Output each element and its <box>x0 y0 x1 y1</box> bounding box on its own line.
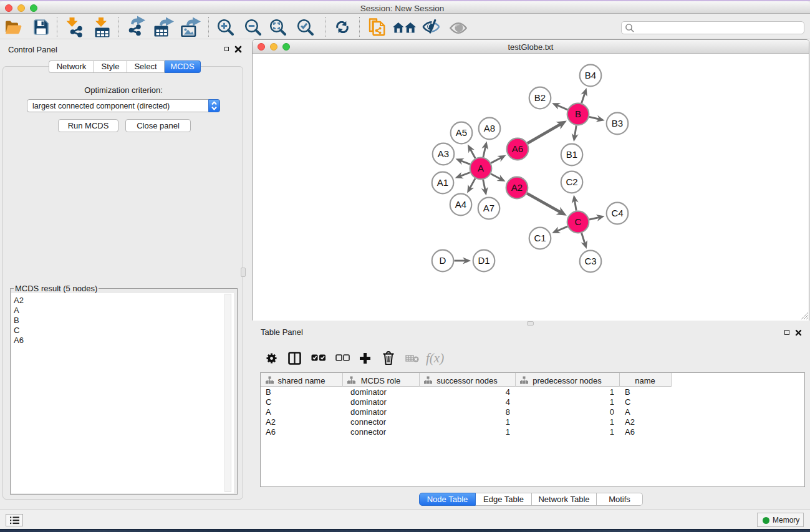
svg-text:A6: A6 <box>512 143 523 154</box>
svg-text:A8: A8 <box>484 123 495 133</box>
svg-text:A5: A5 <box>456 127 467 138</box>
svg-text:A4: A4 <box>455 199 466 210</box>
svg-text:C2: C2 <box>566 177 577 187</box>
svg-text:C: C <box>575 216 582 227</box>
svg-text:B3: B3 <box>612 118 623 128</box>
svg-text:B: B <box>575 109 581 119</box>
svg-text:D1: D1 <box>478 255 489 266</box>
svg-text:B1: B1 <box>566 149 577 160</box>
svg-text:B4: B4 <box>585 70 596 80</box>
svg-text:A: A <box>478 163 484 173</box>
svg-text:C1: C1 <box>534 233 546 243</box>
svg-text:B2: B2 <box>534 92 546 103</box>
svg-text:C3: C3 <box>584 256 596 266</box>
svg-text:A3: A3 <box>438 148 449 159</box>
svg-text:D: D <box>440 255 446 266</box>
svg-text:A7: A7 <box>483 203 494 213</box>
svg-text:A2: A2 <box>511 182 523 193</box>
svg-text:A1: A1 <box>437 177 448 188</box>
svg-text:C4: C4 <box>611 208 623 218</box>
